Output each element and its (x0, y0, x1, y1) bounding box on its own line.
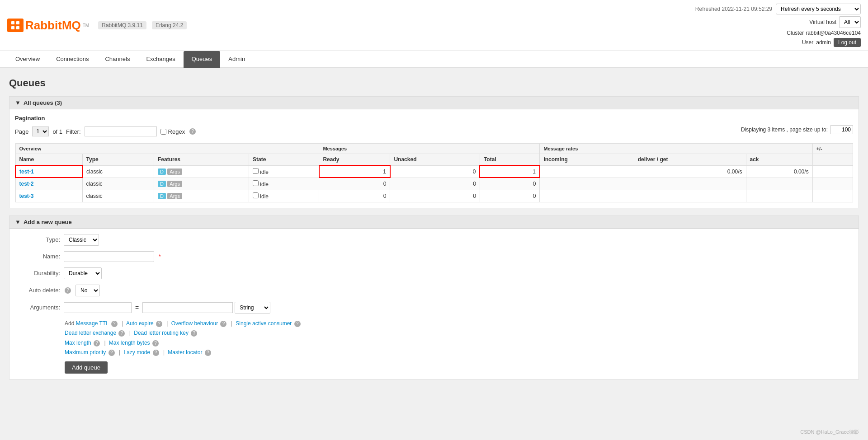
collapse-icon: ▼ (15, 99, 21, 106)
max-length-link[interactable]: Max length (65, 340, 91, 346)
page-title: Queues (9, 77, 859, 89)
rabbitmq-version: RabbitMQ 3.9.11 (98, 21, 146, 29)
svg-rect-2 (11, 26, 14, 29)
col-incoming: incoming (540, 154, 634, 166)
args-type-select[interactable]: String Boolean Number List (235, 302, 270, 314)
args-value-input[interactable] (142, 302, 233, 313)
pagination-row: Page 1 of 1 Filter: Regex ? Displaying 3… (15, 125, 853, 138)
queue-incoming-cell (540, 190, 634, 202)
queue-name-link[interactable]: test-1 (19, 169, 34, 175)
col-total: Total (480, 154, 540, 166)
version-info: RabbitMQ 3.9.11 Erlang 24.2 (98, 21, 187, 29)
master-locator-link[interactable]: Master locator (168, 349, 202, 356)
maximum-priority-help[interactable]: ? (108, 350, 115, 356)
all-queues-header[interactable]: ▼ All queues (3) (9, 97, 859, 109)
dead-letter-exchange-help[interactable]: ? (118, 330, 125, 337)
regex-label: Regex (160, 128, 185, 135)
queue-total-cell: 0 (480, 178, 540, 190)
durability-select[interactable]: Durable Transient (64, 267, 102, 279)
queue-empty-cell (812, 165, 853, 178)
lazy-mode-help[interactable]: ? (153, 350, 159, 356)
queue-name-link[interactable]: test-2 (19, 181, 34, 187)
auto-delete-select[interactable]: No Yes (75, 285, 100, 296)
nav-queues[interactable]: Queues (184, 51, 221, 68)
queue-state-cell: idle (249, 178, 319, 190)
dead-letter-exchange-link[interactable]: Dead letter exchange (65, 330, 116, 336)
badge-d[interactable]: D (158, 193, 166, 199)
add-links: Add Message TTL ? | Auto expire ? | Over… (65, 319, 853, 358)
auto-delete-help-icon[interactable]: ? (65, 287, 71, 294)
queue-ack-cell (746, 190, 812, 202)
queue-features-cell: D Args (154, 165, 249, 178)
queue-unacked-cell: 0 (390, 165, 480, 178)
table-row: test-1classicD Args idle1010.00/s0.00/s (15, 165, 853, 178)
max-length-bytes-link[interactable]: Max length bytes (109, 340, 150, 346)
header-right: Refreshed 2022-11-21 09:52:29 Refresh ev… (695, 4, 861, 47)
badge-d[interactable]: D (158, 181, 166, 187)
args-row: = String Boolean Number List (64, 302, 270, 314)
add-queue-header[interactable]: ▼ Add a new queue (9, 216, 859, 229)
single-active-consumer-link[interactable]: Single active consumer (236, 320, 292, 327)
overflow-behaviour-link[interactable]: Overflow behaviour (171, 320, 218, 327)
all-queues-section: ▼ All queues (3) Pagination Page 1 of 1 … (9, 96, 859, 208)
master-locator-help[interactable]: ? (205, 350, 211, 356)
nav-exchanges[interactable]: Exchanges (138, 51, 183, 68)
queue-features-cell: D Args (154, 190, 249, 202)
watermark: CSDN @HaLo_Grace律影 (800, 429, 859, 435)
all-queues-body: Pagination Page 1 of 1 Filter: Regex ? D… (9, 109, 859, 208)
filter-input[interactable] (85, 126, 157, 136)
refresh-select[interactable]: Refresh every 5 seconds Refresh every 10… (776, 4, 861, 14)
logout-button[interactable]: Log out (834, 38, 861, 47)
add-queue-button[interactable]: Add queue (65, 361, 108, 374)
arguments-row: Arguments: = String Boolean Number List (15, 302, 853, 314)
queue-deliver-cell (634, 190, 746, 202)
nav-admin[interactable]: Admin (220, 51, 253, 68)
durability-label: Durability: (15, 270, 60, 276)
state-checkbox[interactable] (253, 180, 259, 186)
add-queue-section: ▼ Add a new queue Type: Classic Quorum N… (9, 215, 859, 379)
queue-total-cell: 0 (480, 190, 540, 202)
max-length-help[interactable]: ? (94, 340, 100, 346)
nav-channels[interactable]: Channels (97, 51, 138, 68)
maximum-priority-link[interactable]: Maximum priority (65, 349, 106, 356)
queue-name-link[interactable]: test-3 (19, 193, 34, 199)
col-features: Features (154, 154, 249, 166)
single-active-consumer-help[interactable]: ? (294, 321, 301, 327)
badge-args[interactable]: Args (167, 193, 182, 199)
message-ttl-link[interactable]: Message TTL (76, 320, 109, 327)
vhost-select[interactable]: All (839, 16, 861, 28)
state-checkbox[interactable] (253, 168, 259, 174)
add-queue-label: Add a new queue (24, 219, 72, 225)
plus-minus-btn[interactable]: +/- (812, 144, 853, 154)
dead-letter-routing-key-link[interactable]: Dead letter routing key (134, 330, 189, 336)
name-label: Name: (15, 253, 60, 260)
user-label: User (802, 39, 813, 46)
args-key-input[interactable] (64, 302, 132, 313)
vhost-label: Virtual host (809, 19, 836, 25)
queue-name-cell: test-1 (15, 165, 82, 178)
page-size-input[interactable] (830, 125, 853, 134)
badge-d[interactable]: D (158, 169, 166, 175)
name-input[interactable] (64, 251, 154, 262)
cluster-row: Cluster rabbit@0a43046ce104 (787, 30, 861, 36)
overflow-behaviour-help[interactable]: ? (220, 321, 226, 327)
regex-help-icon[interactable]: ? (189, 128, 196, 135)
type-select[interactable]: Classic Quorum (64, 234, 99, 246)
badge-args[interactable]: Args (167, 181, 182, 187)
regex-checkbox[interactable] (160, 129, 166, 135)
add-queue-body: Type: Classic Quorum Name: * Durability:… (9, 229, 859, 379)
queue-empty-cell (812, 190, 853, 202)
queue-features-cell: D Args (154, 178, 249, 190)
max-length-bytes-help[interactable]: ? (152, 340, 159, 346)
state-checkbox[interactable] (253, 192, 259, 198)
nav-overview[interactable]: Overview (7, 51, 48, 68)
queue-name-cell: test-3 (15, 190, 82, 202)
auto-expire-link[interactable]: Auto expire (126, 320, 154, 327)
auto-expire-help[interactable]: ? (156, 321, 162, 327)
dead-letter-routing-key-help[interactable]: ? (191, 330, 197, 337)
nav-connections[interactable]: Connections (48, 51, 97, 68)
message-ttl-help[interactable]: ? (111, 321, 118, 327)
lazy-mode-link[interactable]: Lazy mode (124, 349, 151, 356)
badge-args[interactable]: Args (167, 169, 182, 175)
page-select[interactable]: 1 (32, 126, 49, 136)
